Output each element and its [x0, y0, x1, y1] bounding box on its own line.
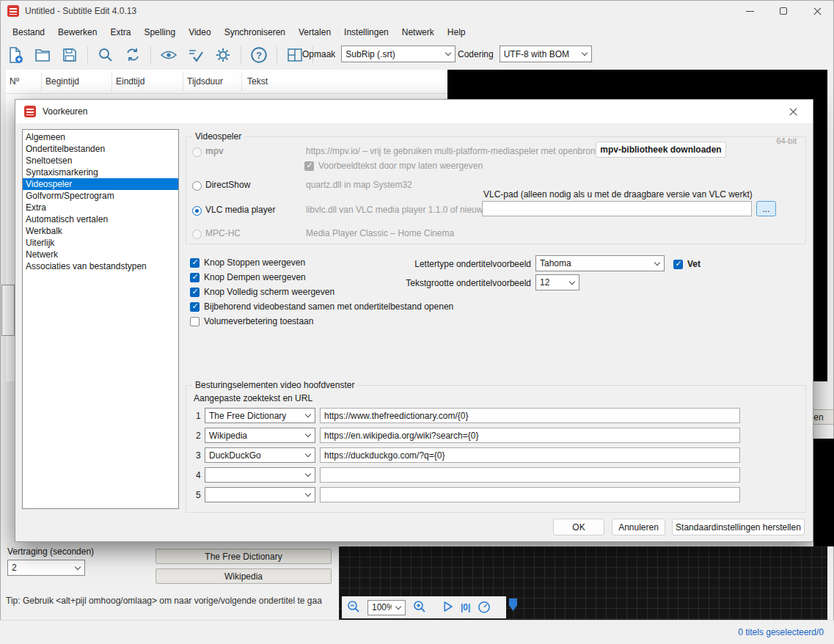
sidebar-item-associaties[interactable]: Associaties van bestandstypen	[23, 260, 178, 272]
menu-bestand[interactable]: Bestand	[6, 24, 51, 40]
sidebar-item-videospeler[interactable]: Videospeler	[23, 178, 178, 190]
new-subtitle-button[interactable]	[4, 44, 26, 66]
find-button[interactable]	[95, 44, 117, 66]
menu-netwerk[interactable]: Netwerk	[395, 24, 441, 40]
zoom-out-button[interactable]	[346, 599, 361, 616]
vlc-path-input[interactable]	[482, 201, 752, 216]
help-button[interactable]: ?	[248, 44, 270, 66]
playback-rate-button[interactable]	[477, 599, 491, 616]
column-endtime[interactable]: Eindtijd	[116, 76, 145, 87]
column-starttime[interactable]: Begintijd	[45, 76, 79, 87]
dialog-app-icon	[24, 106, 36, 117]
ok-button[interactable]: OK	[553, 519, 604, 535]
dialog-close-button[interactable]	[782, 100, 804, 122]
maximize-button[interactable]	[767, 0, 800, 22]
search-url-input-2[interactable]	[320, 428, 740, 443]
menu-video[interactable]: Video	[182, 24, 217, 40]
search-engine-select-4[interactable]	[205, 467, 315, 483]
mute-button-checkbox[interactable]	[190, 273, 200, 282]
volume-boost-checkbox[interactable]	[190, 317, 200, 326]
sidebar-item-sneltoetsen[interactable]: Sneltoetsen	[23, 155, 178, 167]
vlc-radio[interactable]	[192, 206, 202, 216]
preview-font-select[interactable]: Tahoma	[535, 255, 665, 271]
menu-spelling[interactable]: Spelling	[137, 24, 182, 40]
sidebar-item-werkbalk[interactable]: Werkbalk	[23, 225, 178, 237]
format-select[interactable]: SubRip (.srt)	[341, 45, 456, 62]
sidebar-item-netwerk[interactable]: Netwerk	[23, 249, 178, 260]
option-volume-boost[interactable]: Volumeverbetering toestaan	[190, 315, 313, 327]
search-url-input-5[interactable]	[320, 487, 740, 502]
sidebar-item-syntaxismarkering[interactable]: Syntaxismarkering	[23, 167, 178, 178]
mpc-radio[interactable]	[192, 230, 202, 239]
search-engine-select-3[interactable]: DuckDuckGo	[205, 447, 315, 463]
open-file-button[interactable]	[32, 44, 54, 66]
close-button[interactable]	[800, 0, 834, 22]
cancel-button[interactable]: Annuleren	[612, 519, 665, 535]
column-text[interactable]: Tekst	[247, 76, 268, 87]
menu-bewerken[interactable]: Bewerken	[51, 24, 103, 40]
fullscreen-button-checkbox[interactable]	[190, 288, 200, 297]
sidebar-item-uiterlijk[interactable]: Uiterlijk	[23, 237, 178, 249]
visual-sync-button[interactable]	[158, 44, 180, 66]
search-url-input-1[interactable]	[320, 408, 740, 423]
settings-button[interactable]	[212, 44, 234, 66]
save-button[interactable]	[59, 44, 81, 66]
preview-size-select[interactable]: 12	[535, 274, 579, 290]
play-button[interactable]	[441, 600, 454, 615]
sidebar-item-extra[interactable]: Extra	[23, 202, 178, 213]
option-mute-button[interactable]: Knop Dempen weergeven	[190, 271, 306, 283]
mute-button-label: Knop Dempen weergeven	[204, 272, 306, 282]
bold-option[interactable]: Vet	[673, 258, 701, 270]
column-duration[interactable]: Tijdsduur	[187, 76, 223, 87]
option-open-video[interactable]: Bijbehorend videobestand samen met onder…	[190, 301, 453, 312]
search-engine-select-5[interactable]	[205, 487, 315, 502]
main-controls-groupbox: Besturingselementen video hoofdvenster A…	[186, 385, 806, 513]
search-engine-select-2[interactable]: Wikipedia	[205, 428, 315, 443]
mpv-preview-option[interactable]: Voorbeeldtekst door mpv laten weergeven	[304, 160, 483, 172]
search-wikipedia-button[interactable]: Wikipedia	[156, 568, 332, 584]
main-controls-group-title: Besturingselementen video hoofdvenster	[192, 380, 357, 390]
column-number[interactable]: Nº	[10, 76, 19, 87]
search-url-input-3[interactable]	[320, 447, 740, 463]
chevron-down-icon	[305, 431, 311, 437]
speedometer-icon	[477, 599, 491, 614]
search-url-input-4[interactable]	[320, 467, 740, 483]
mpv-radio[interactable]	[192, 147, 202, 157]
replace-button[interactable]	[122, 44, 144, 66]
menu-instellingen[interactable]: Instellingen	[337, 24, 395, 40]
zoom-in-button[interactable]	[412, 599, 427, 616]
mpv-download-button[interactable]: mpv-bibliotheek downloaden	[596, 142, 726, 158]
search-engine-select-1[interactable]: The Free Dictionary	[205, 408, 315, 423]
frame-step-button[interactable]: |0|	[461, 602, 470, 612]
search-dictionary-button[interactable]: The Free Dictionary	[156, 549, 332, 564]
delay-select[interactable]: 2	[7, 560, 85, 576]
sidebar-item-algemeen[interactable]: Algemeen	[23, 131, 178, 143]
window-controls	[733, 0, 834, 22]
sidebar-item-golfvorm[interactable]: Golfvorm/Spectrogram	[23, 190, 178, 202]
column-separator	[241, 73, 242, 91]
window-title: Untitled - Subtitle Edit 4.0.13	[25, 6, 136, 16]
sidebar-item-ondertitelbestanden[interactable]: Ondertitelbestanden	[23, 143, 178, 155]
menu-help[interactable]: Help	[441, 24, 472, 40]
zoom-level-select[interactable]: 100%	[367, 600, 406, 615]
spell-check-button[interactable]	[185, 44, 207, 66]
open-video-checkbox[interactable]	[190, 302, 200, 312]
encoding-select[interactable]: UTF-8 with BOM	[500, 45, 592, 62]
option-fullscreen-button[interactable]: Knop Volledig scherm weergeven	[190, 286, 334, 298]
menu-vertalen[interactable]: Vertalen	[292, 24, 337, 40]
videoplayer-group-title: Videospeler	[192, 131, 244, 142]
option-stop-button[interactable]: Knop Stoppen weergeven	[190, 257, 305, 268]
search-row-1: 1 The Free Dictionary	[196, 408, 740, 423]
mpv-preview-checkbox[interactable]	[304, 161, 314, 171]
replace-arrows-icon	[124, 46, 142, 64]
format-value: SubRip (.srt)	[345, 49, 395, 59]
bold-checkbox[interactable]	[673, 260, 683, 269]
minimize-button[interactable]	[733, 0, 767, 22]
vlc-path-browse-button[interactable]: ...	[756, 201, 776, 216]
reset-defaults-button[interactable]: Standaardinstellingen herstellen	[672, 519, 805, 535]
sidebar-item-automatisch-vertalen[interactable]: Automatisch vertalen	[23, 213, 178, 225]
directshow-radio[interactable]	[192, 181, 202, 191]
menu-synchroniseren[interactable]: Synchroniseren	[218, 24, 292, 40]
menu-extra[interactable]: Extra	[103, 24, 137, 40]
stop-button-checkbox[interactable]	[190, 258, 200, 268]
